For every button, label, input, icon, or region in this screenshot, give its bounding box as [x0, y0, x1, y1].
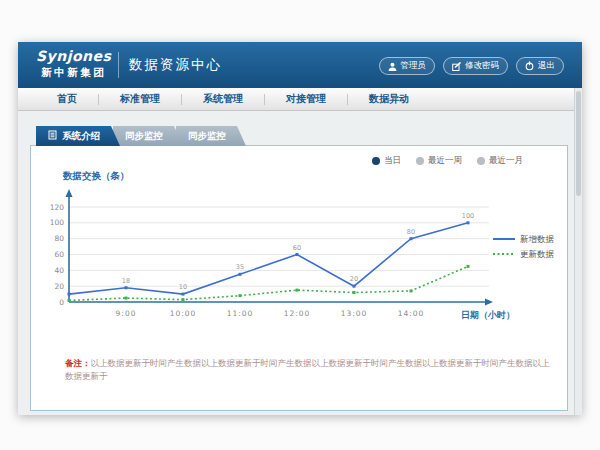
data-point [182, 298, 185, 301]
data-point-label: 10 [179, 283, 187, 291]
nav-item-0[interactable]: 首页 [36, 92, 98, 106]
time-filter-option-0[interactable]: 当日 [372, 155, 401, 167]
radio-icon [477, 157, 485, 165]
data-point-label: 35 [236, 263, 244, 271]
change-password-button[interactable]: 修改密码 [443, 57, 508, 75]
data-point [410, 289, 413, 292]
brand-logo-secondary: 新中新集团 [36, 66, 111, 79]
radio-icon [372, 157, 380, 165]
user-actions: 管理员 修改密码 退出 [379, 57, 565, 75]
brand-logo: Synjones 新中新集团 [36, 48, 111, 79]
data-point [467, 221, 470, 224]
footer-note-label: 备注： [65, 358, 91, 368]
data-point [125, 286, 128, 289]
chart-panel: 当日最近一周最近一月 数据交换（条） 0204060801001209:0010… [30, 145, 568, 411]
time-filter-option-1[interactable]: 最近一周 [416, 155, 462, 167]
scrollbar-thumb[interactable] [576, 91, 581, 196]
data-point [68, 299, 71, 302]
header-bar: Synjones 新中新集团 数据资源中心 管理员 修改密码 [18, 42, 582, 88]
logout-label: 退出 [538, 60, 555, 72]
data-point [239, 294, 242, 297]
tab-label: 同步监控 [188, 130, 226, 143]
time-filter-option-2[interactable]: 最近一月 [477, 155, 523, 167]
current-user-label: 管理员 [401, 60, 427, 72]
y-tick-label: 80 [54, 234, 64, 243]
y-tick-label: 100 [50, 218, 65, 227]
x-tick-label: 13:00 [341, 309, 368, 318]
nav-item-4[interactable]: 数据异动 [348, 92, 430, 106]
tab-label: 系统介绍 [62, 130, 100, 143]
data-point [410, 237, 413, 240]
x-tick-label: 11:00 [227, 309, 254, 318]
tab-2[interactable]: 同步监控 [176, 126, 246, 146]
document-icon [48, 130, 57, 142]
scrollbar-track[interactable] [574, 88, 582, 415]
radio-icon [416, 157, 424, 165]
nav-item-2[interactable]: 系统管理 [182, 92, 264, 106]
x-tick-label: 10:00 [170, 309, 197, 318]
change-password-label: 修改密码 [465, 60, 499, 72]
x-tick-label: 12:00 [284, 309, 311, 318]
data-point [239, 273, 242, 276]
app-window: Synjones 新中新集团 数据资源中心 管理员 修改密码 [18, 42, 582, 415]
data-point [353, 291, 356, 294]
time-filter-label: 当日 [384, 155, 401, 167]
power-icon [525, 61, 534, 71]
main-nav: 首页标准管理系统管理对接管理数据异动 [18, 88, 582, 111]
legend-label-0: 新增数据 [520, 234, 555, 244]
data-point [125, 297, 128, 300]
y-axis-title: 数据交换（条） [63, 170, 130, 183]
data-point-label: 20 [350, 275, 358, 283]
y-tick-label: 120 [50, 203, 65, 212]
page-title: 数据资源中心 [129, 42, 222, 88]
data-point [182, 293, 185, 296]
y-tick-label: 20 [54, 282, 64, 291]
x-tick-label: 9:00 [116, 309, 137, 318]
y-tick-label: 0 [59, 298, 64, 307]
y-tick-label: 40 [54, 266, 64, 275]
x-axis-arrow-icon [485, 299, 493, 306]
tab-1[interactable]: 同步监控 [113, 126, 183, 146]
footer-note: 备注：以上数据更新于时间产生数据以上数据更新于时间产生数据以上数据更新于时间产生… [65, 357, 551, 383]
time-filter-label: 最近一月 [489, 155, 523, 167]
data-point-label: 18 [122, 277, 130, 285]
tab-0[interactable]: 系统介绍 [36, 126, 120, 146]
data-point [467, 265, 470, 268]
edit-icon [452, 62, 461, 71]
data-point-label: 80 [407, 228, 415, 236]
nav-item-1[interactable]: 标准管理 [99, 92, 181, 106]
tab-label: 同步监控 [125, 130, 163, 143]
data-point [353, 285, 356, 288]
time-filter-group: 当日最近一周最近一月 [372, 155, 523, 167]
logout-button[interactable]: 退出 [516, 57, 564, 75]
data-point [68, 293, 71, 296]
brand-logo-primary: Synjones [36, 48, 111, 66]
line-chart: 0204060801001209:0010:0011:0012:0013:001… [41, 184, 561, 336]
current-user-button[interactable]: 管理员 [379, 57, 436, 75]
nav-item-3[interactable]: 对接管理 [265, 92, 347, 106]
user-icon [388, 62, 397, 71]
tab-bar: 系统介绍同步监控同步监控 [36, 126, 239, 146]
data-point [296, 289, 299, 292]
legend-label-1: 更新数据 [520, 249, 555, 259]
x-axis-title: 日期（小时） [461, 310, 515, 320]
time-filter-label: 最近一周 [428, 155, 462, 167]
header-divider [118, 52, 119, 78]
data-point [296, 253, 299, 256]
y-axis-arrow-icon [66, 189, 73, 197]
data-point-label: 100 [462, 212, 474, 220]
y-tick-label: 60 [54, 250, 64, 259]
footer-note-text: 以上数据更新于时间产生数据以上数据更新于时间产生数据以上数据更新于时间产生数据以… [65, 358, 550, 381]
x-tick-label: 14:00 [398, 309, 425, 318]
data-point-label: 60 [293, 244, 301, 252]
